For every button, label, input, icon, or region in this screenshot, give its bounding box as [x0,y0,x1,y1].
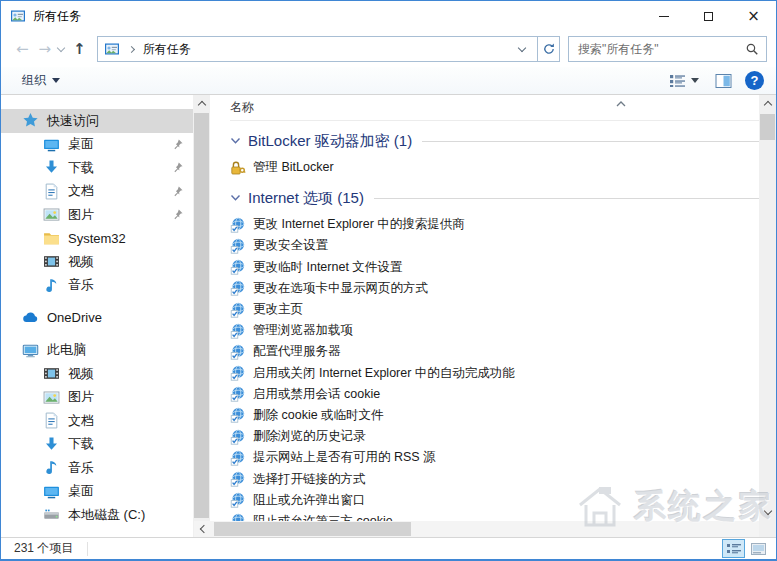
download-icon [43,436,60,453]
recent-locations-dropdown-icon[interactable] [57,44,65,52]
task-icon [230,365,246,381]
task-item[interactable]: 选择打开链接的方式 [230,468,759,489]
task-item[interactable]: 更改主页 [230,299,759,320]
task-item[interactable]: 管理浏览器加载项 [230,320,759,341]
scroll-down-icon[interactable] [759,504,776,521]
document-icon [43,412,60,429]
explorer-window: 所有任务 × ← → ↑ 所有任务 搜索"所有任务" 组织 [0,0,777,561]
details-view-button[interactable] [722,539,745,558]
address-bar[interactable]: 所有任务 [97,36,538,62]
sidebar-item-this-pc[interactable]: 此电脑 [1,339,193,363]
address-dropdown-icon[interactable] [518,44,526,52]
task-item-label: 管理浏览器加载项 [253,322,353,339]
sidebar-item[interactable]: 本地磁盘 (C:) [1,503,193,527]
dropdown-icon [691,78,699,83]
task-item[interactable]: 更改 Internet Explorer 中的搜索提供商 [230,214,759,235]
refresh-button[interactable] [538,36,560,62]
scroll-up-icon[interactable] [193,95,210,112]
item-count: 231 个项目 [14,540,73,557]
maximize-button[interactable] [686,1,731,31]
task-icon [230,492,246,508]
sidebar-item[interactable]: 视频 [1,362,193,386]
sidebar-gap [1,297,193,306]
task-icon [230,259,246,275]
back-button[interactable]: ← [11,40,34,59]
task-item[interactable]: 阻止或允许弹出窗口 [230,490,759,511]
status-separator [87,542,88,556]
group-header[interactable]: BitLocker 驱动器加密 (1) [230,128,759,154]
close-button[interactable]: × [731,1,776,31]
sidebar-item-quick-access[interactable]: 快速访问 [1,109,193,133]
sidebar-item[interactable]: 音乐 [1,456,193,480]
collapse-chevron-icon[interactable] [230,194,241,202]
sidebar-item[interactable]: 文档 [1,180,193,204]
sidebar-item-label: 视频 [68,365,94,383]
task-item[interactable]: 删除 cookie 或临时文件 [230,405,759,426]
pin-icon [171,161,184,174]
scrollbar-thumb[interactable] [214,522,411,536]
scrollbar-thumb[interactable] [194,113,209,518]
items-view: 名称 BitLocker 驱动器加密 (1)管理 BitLockerIntern… [210,95,776,537]
scroll-left-icon[interactable] [194,521,211,537]
task-item[interactable]: 删除浏览的历史记录 [230,426,759,447]
content-horizontal-scrollbar[interactable] [194,521,759,537]
task-item[interactable]: 更改安全设置 [230,235,759,256]
pin-icon [171,185,184,198]
sidebar-item-onedrive[interactable]: OneDrive [1,306,193,330]
task-item[interactable]: 更改临时 Internet 文件设置 [230,257,759,278]
minimize-button[interactable] [641,1,686,31]
sidebar-item[interactable]: 图片 [1,203,193,227]
video-icon [43,253,60,270]
collapse-chevron-icon[interactable] [230,137,241,145]
search-icon[interactable] [745,42,759,56]
task-icon [230,238,246,254]
sidebar-item[interactable]: 桌面 [1,480,193,504]
task-item[interactable]: 启用或关闭 Internet Explorer 中的自动完成功能 [230,363,759,384]
sidebar-item[interactable]: 下载 [1,156,193,180]
refresh-icon [542,42,556,56]
column-header-name[interactable]: 名称 [230,95,759,121]
sidebar-item[interactable]: 音乐 [1,274,193,298]
change-view-button[interactable] [666,71,702,91]
task-item[interactable]: 管理 BitLocker [230,157,759,178]
task-item[interactable]: 提示网站上是否有可用的 RSS 源 [230,447,759,468]
view-toggle-buttons [722,539,770,558]
group-title: Internet 选项 (15) [248,189,364,208]
breadcrumb[interactable]: 所有任务 [143,41,191,58]
sidebar-scrollbar[interactable] [193,95,210,537]
task-item[interactable]: 配置代理服务器 [230,341,759,362]
caption-buttons: × [641,1,776,31]
organize-menu-button[interactable]: 组织 [18,69,64,92]
large-icons-view-button[interactable] [747,539,770,558]
up-button[interactable]: ↑ [68,40,91,59]
sidebar-item[interactable]: 文档 [1,409,193,433]
sidebar-item[interactable]: System32 [1,227,193,251]
scroll-up-icon[interactable] [759,95,776,112]
group-header[interactable]: Internet 选项 (15) [230,185,759,211]
preview-pane-button[interactable] [712,71,735,91]
forward-button[interactable]: → [34,40,57,59]
sidebar-item[interactable]: 下载 [1,433,193,457]
minimize-icon [659,16,669,17]
sidebar-item[interactable]: 视频 [1,250,193,274]
task-item[interactable]: 启用或禁用会话 cookie [230,384,759,405]
picture-icon [43,206,60,223]
refresh-icon [542,42,556,56]
sidebar-item[interactable]: 桌面 [1,133,193,157]
content-vertical-scrollbar[interactable] [759,95,776,521]
sidebar-item-label: 图片 [68,388,94,406]
search-input[interactable]: 搜索"所有任务" [568,36,767,62]
list-view-icon [669,73,686,89]
sidebar-item[interactable]: 图片 [1,386,193,410]
column-header-label: 名称 [230,99,254,116]
task-item-label: 更改在选项卡中显示网页的方式 [253,280,428,297]
task-item-label: 启用或禁用会话 cookie [253,386,380,403]
group-rule [422,141,759,142]
task-icon [230,280,246,296]
task-item[interactable]: 更改在选项卡中显示网页的方式 [230,278,759,299]
task-item-label: 配置代理服务器 [253,343,341,360]
scrollbar-thumb[interactable] [760,114,775,140]
breadcrumb-chevron-icon[interactable] [128,45,135,52]
cloud-icon [22,309,39,326]
help-button[interactable]: ? [745,71,764,90]
